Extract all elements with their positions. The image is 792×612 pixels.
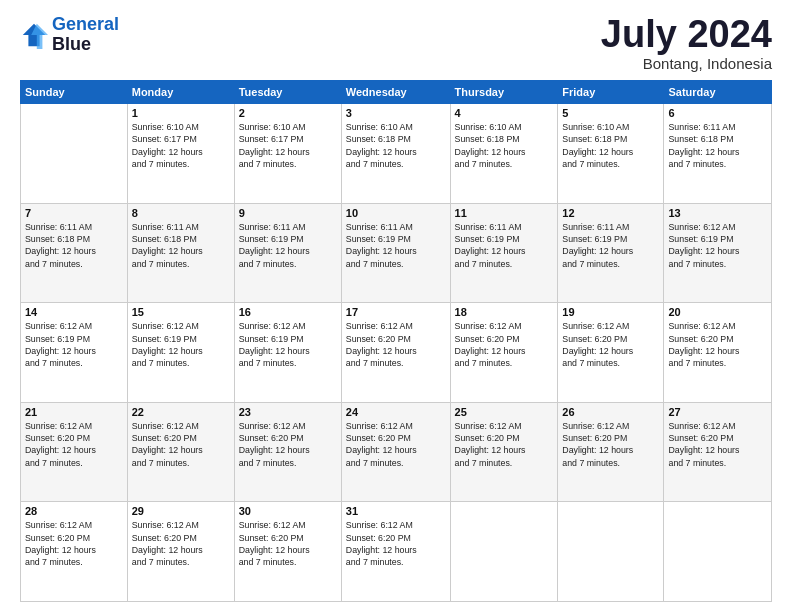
day-number: 21 [25,406,123,418]
table-cell: 30Sunrise: 6:12 AMSunset: 6:20 PMDayligh… [234,502,341,602]
day-info: Sunrise: 6:12 AMSunset: 6:19 PMDaylight:… [668,221,767,270]
day-info: Sunrise: 6:12 AMSunset: 6:20 PMDaylight:… [455,320,554,369]
day-info: Sunrise: 6:11 AMSunset: 6:19 PMDaylight:… [346,221,446,270]
day-number: 4 [455,107,554,119]
day-number: 8 [132,207,230,219]
day-number: 13 [668,207,767,219]
table-cell [450,502,558,602]
table-cell: 23Sunrise: 6:12 AMSunset: 6:20 PMDayligh… [234,402,341,502]
day-number: 17 [346,306,446,318]
location-subtitle: Bontang, Indonesia [601,55,772,72]
header-thursday: Thursday [450,81,558,104]
day-number: 19 [562,306,659,318]
table-cell: 13Sunrise: 6:12 AMSunset: 6:19 PMDayligh… [664,203,772,303]
header-wednesday: Wednesday [341,81,450,104]
day-number: 10 [346,207,446,219]
table-cell: 5Sunrise: 6:10 AMSunset: 6:18 PMDaylight… [558,104,664,204]
logo: General Blue [20,15,119,55]
day-info: Sunrise: 6:12 AMSunset: 6:20 PMDaylight:… [346,320,446,369]
table-cell: 31Sunrise: 6:12 AMSunset: 6:20 PMDayligh… [341,502,450,602]
day-number: 18 [455,306,554,318]
header-tuesday: Tuesday [234,81,341,104]
table-cell: 6Sunrise: 6:11 AMSunset: 6:18 PMDaylight… [664,104,772,204]
day-info: Sunrise: 6:12 AMSunset: 6:20 PMDaylight:… [239,519,337,568]
week-row-4: 21Sunrise: 6:12 AMSunset: 6:20 PMDayligh… [21,402,772,502]
table-cell: 8Sunrise: 6:11 AMSunset: 6:18 PMDaylight… [127,203,234,303]
month-title: July 2024 [601,15,772,53]
day-number: 30 [239,505,337,517]
day-number: 7 [25,207,123,219]
day-number: 12 [562,207,659,219]
day-info: Sunrise: 6:10 AMSunset: 6:18 PMDaylight:… [346,121,446,170]
day-info: Sunrise: 6:12 AMSunset: 6:20 PMDaylight:… [132,519,230,568]
day-number: 22 [132,406,230,418]
day-number: 24 [346,406,446,418]
table-cell: 21Sunrise: 6:12 AMSunset: 6:20 PMDayligh… [21,402,128,502]
table-cell: 22Sunrise: 6:12 AMSunset: 6:20 PMDayligh… [127,402,234,502]
day-info: Sunrise: 6:12 AMSunset: 6:20 PMDaylight:… [668,420,767,469]
day-number: 29 [132,505,230,517]
table-cell: 28Sunrise: 6:12 AMSunset: 6:20 PMDayligh… [21,502,128,602]
logo-icon [20,21,48,49]
table-cell [21,104,128,204]
logo-text: General Blue [52,15,119,55]
day-info: Sunrise: 6:11 AMSunset: 6:18 PMDaylight:… [132,221,230,270]
table-cell: 19Sunrise: 6:12 AMSunset: 6:20 PMDayligh… [558,303,664,403]
table-cell: 2Sunrise: 6:10 AMSunset: 6:17 PMDaylight… [234,104,341,204]
table-cell: 4Sunrise: 6:10 AMSunset: 6:18 PMDaylight… [450,104,558,204]
table-cell: 29Sunrise: 6:12 AMSunset: 6:20 PMDayligh… [127,502,234,602]
week-row-5: 28Sunrise: 6:12 AMSunset: 6:20 PMDayligh… [21,502,772,602]
day-info: Sunrise: 6:10 AMSunset: 6:17 PMDaylight:… [239,121,337,170]
table-cell: 18Sunrise: 6:12 AMSunset: 6:20 PMDayligh… [450,303,558,403]
day-number: 5 [562,107,659,119]
day-number: 2 [239,107,337,119]
table-cell: 9Sunrise: 6:11 AMSunset: 6:19 PMDaylight… [234,203,341,303]
day-info: Sunrise: 6:12 AMSunset: 6:20 PMDaylight:… [132,420,230,469]
day-info: Sunrise: 6:12 AMSunset: 6:20 PMDaylight:… [239,420,337,469]
day-info: Sunrise: 6:12 AMSunset: 6:20 PMDaylight:… [562,420,659,469]
header-friday: Friday [558,81,664,104]
day-number: 14 [25,306,123,318]
table-cell: 1Sunrise: 6:10 AMSunset: 6:17 PMDaylight… [127,104,234,204]
day-info: Sunrise: 6:10 AMSunset: 6:18 PMDaylight:… [455,121,554,170]
day-number: 20 [668,306,767,318]
day-info: Sunrise: 6:12 AMSunset: 6:20 PMDaylight:… [346,420,446,469]
header-saturday: Saturday [664,81,772,104]
day-number: 6 [668,107,767,119]
day-number: 15 [132,306,230,318]
day-number: 9 [239,207,337,219]
day-number: 31 [346,505,446,517]
table-cell: 3Sunrise: 6:10 AMSunset: 6:18 PMDaylight… [341,104,450,204]
table-cell: 17Sunrise: 6:12 AMSunset: 6:20 PMDayligh… [341,303,450,403]
table-cell: 11Sunrise: 6:11 AMSunset: 6:19 PMDayligh… [450,203,558,303]
day-info: Sunrise: 6:12 AMSunset: 6:19 PMDaylight:… [239,320,337,369]
days-header-row: Sunday Monday Tuesday Wednesday Thursday… [21,81,772,104]
day-info: Sunrise: 6:12 AMSunset: 6:20 PMDaylight:… [668,320,767,369]
day-info: Sunrise: 6:12 AMSunset: 6:20 PMDaylight:… [25,420,123,469]
table-cell: 10Sunrise: 6:11 AMSunset: 6:19 PMDayligh… [341,203,450,303]
table-cell: 20Sunrise: 6:12 AMSunset: 6:20 PMDayligh… [664,303,772,403]
table-cell: 26Sunrise: 6:12 AMSunset: 6:20 PMDayligh… [558,402,664,502]
table-cell [558,502,664,602]
table-cell: 24Sunrise: 6:12 AMSunset: 6:20 PMDayligh… [341,402,450,502]
table-cell: 27Sunrise: 6:12 AMSunset: 6:20 PMDayligh… [664,402,772,502]
header-monday: Monday [127,81,234,104]
day-info: Sunrise: 6:12 AMSunset: 6:19 PMDaylight:… [25,320,123,369]
table-cell: 25Sunrise: 6:12 AMSunset: 6:20 PMDayligh… [450,402,558,502]
table-cell [664,502,772,602]
table-cell: 7Sunrise: 6:11 AMSunset: 6:18 PMDaylight… [21,203,128,303]
day-number: 11 [455,207,554,219]
title-section: July 2024 Bontang, Indonesia [601,15,772,72]
day-info: Sunrise: 6:11 AMSunset: 6:19 PMDaylight:… [562,221,659,270]
day-number: 27 [668,406,767,418]
table-cell: 14Sunrise: 6:12 AMSunset: 6:19 PMDayligh… [21,303,128,403]
week-row-2: 7Sunrise: 6:11 AMSunset: 6:18 PMDaylight… [21,203,772,303]
day-info: Sunrise: 6:11 AMSunset: 6:18 PMDaylight:… [25,221,123,270]
week-row-1: 1Sunrise: 6:10 AMSunset: 6:17 PMDaylight… [21,104,772,204]
day-number: 16 [239,306,337,318]
day-info: Sunrise: 6:12 AMSunset: 6:19 PMDaylight:… [132,320,230,369]
table-cell: 15Sunrise: 6:12 AMSunset: 6:19 PMDayligh… [127,303,234,403]
day-number: 25 [455,406,554,418]
day-number: 1 [132,107,230,119]
day-info: Sunrise: 6:11 AMSunset: 6:18 PMDaylight:… [668,121,767,170]
